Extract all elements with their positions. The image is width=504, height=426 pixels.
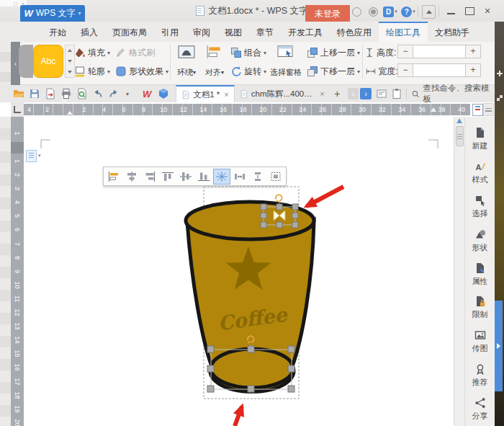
maximize-button[interactable]: [462, 4, 477, 17]
align-toolbar-button[interactable]: [177, 169, 194, 185]
side-panel-item[interactable]: 推荐: [465, 358, 495, 392]
shape-style-gallery-item[interactable]: [19, 45, 33, 78]
menu-tab[interactable]: 绘图工具: [379, 22, 428, 42]
quick-access-button[interactable]: [90, 86, 106, 102]
quick-access-button[interactable]: [27, 86, 42, 102]
side-panel-item[interactable]: 分享: [465, 392, 495, 426]
gallery-down-icon[interactable]: [68, 60, 72, 63]
align-toolbar-button[interactable]: [105, 169, 122, 185]
width-minus-button[interactable]: −: [398, 64, 413, 76]
ruler-number: 5: [10, 210, 24, 223]
docer-badge-icon[interactable]: D▾: [382, 6, 398, 17]
help-icon[interactable]: ?▾: [400, 6, 416, 17]
align-toolbar-button[interactable]: [195, 169, 212, 185]
gallery-more-icon[interactable]: [68, 71, 72, 74]
rotate-button[interactable]: 旋转▾: [230, 64, 266, 79]
panel-expand-handle[interactable]: [495, 301, 503, 391]
wps-app-menu-button[interactable]: W WPS 文字 ▾: [20, 5, 85, 22]
align-toolbar-button[interactable]: [267, 169, 284, 185]
quick-access-button[interactable]: [58, 86, 74, 102]
align-toolbar-button[interactable]: [213, 169, 230, 185]
shape-style-gallery-item-selected[interactable]: Abc: [33, 45, 63, 78]
next-tab-button[interactable]: ›: [360, 88, 371, 99]
side-panel-item[interactable]: 传图: [465, 325, 495, 359]
clipboard-icon[interactable]: [390, 86, 405, 102]
prev-tab-button[interactable]: ‹: [348, 88, 359, 99]
indent-markers[interactable]: [61, 104, 68, 115]
menu-tab[interactable]: 开始: [42, 22, 73, 42]
horizontal-ruler[interactable]: 4 2 246810121416182022242628303234363840: [24, 104, 470, 115]
align-toolbar-button[interactable]: [249, 169, 266, 185]
tab-stop-selector[interactable]: [11, 102, 24, 117]
skin-circle-icon[interactable]: [367, 6, 379, 17]
collapse-ribbon-icon[interactable]: [422, 5, 436, 19]
send-backward-button[interactable]: 下移一层▾: [307, 64, 360, 79]
menu-tab[interactable]: 视图: [217, 22, 249, 42]
side-panel-item[interactable]: 新建: [465, 123, 495, 156]
ruler-number: 4: [10, 196, 24, 209]
menu-tab[interactable]: 文档助手: [428, 22, 477, 42]
app-icon[interactable]: [140, 86, 156, 102]
quick-access-button[interactable]: [11, 86, 27, 102]
close-button[interactable]: ×: [480, 4, 495, 17]
wrap-button[interactable]: 环绕▾: [174, 45, 199, 78]
align-button[interactable]: 对齐▾: [202, 45, 228, 78]
height-input[interactable]: [413, 45, 465, 58]
gallery-up-icon[interactable]: [68, 49, 72, 52]
gallery-scroll-buttons[interactable]: [65, 45, 75, 78]
quick-access-more-icon[interactable]: ▾: [122, 86, 132, 102]
object-anchor-icon[interactable]: ▾: [26, 150, 45, 161]
menu-tab[interactable]: 特色应用: [330, 22, 379, 42]
group-button[interactable]: 组合▾: [230, 45, 266, 60]
minimize-button[interactable]: [443, 4, 459, 17]
vertical-scrollbar[interactable]: [454, 117, 464, 426]
command-search[interactable]: 查找命令、搜索模板: [411, 83, 495, 105]
document-tab[interactable]: chm陈辉...400字符] ×: [235, 85, 330, 102]
shape-effects-button[interactable]: 形状效果▾: [115, 64, 168, 79]
menu-tab[interactable]: 插入: [73, 22, 105, 42]
width-plus-button[interactable]: +: [465, 64, 480, 76]
selection-pane-button[interactable]: 选择窗格: [268, 45, 304, 78]
height-minus-button[interactable]: −: [398, 45, 413, 58]
split-view-handle[interactable]: [483, 103, 494, 116]
height-stepper[interactable]: − +: [397, 45, 481, 58]
wps-writer-window: W A ▢×: [0, 0, 504, 426]
menu-tab[interactable]: 引用: [154, 22, 186, 42]
close-tab-icon[interactable]: ×: [320, 89, 324, 98]
align-toolbar-button[interactable]: [141, 169, 158, 185]
login-button[interactable]: 未登录: [305, 5, 350, 22]
vertical-ruler[interactable]: 1 1234567891011121314151617181920: [11, 117, 24, 426]
side-panel-item[interactable]: 限制: [465, 291, 495, 325]
side-panel-item[interactable]: 样式: [465, 156, 495, 190]
height-plus-button[interactable]: +: [465, 45, 480, 58]
menu-tab[interactable]: 开发工具: [281, 22, 330, 42]
quick-access-button[interactable]: [74, 86, 90, 102]
page-setup-icon[interactable]: [472, 104, 483, 116]
align-toolbar-button[interactable]: [123, 169, 140, 185]
document-tab[interactable]: 文档1 * ×: [176, 85, 235, 102]
app-icon[interactable]: [156, 86, 171, 102]
close-tab-icon[interactable]: ×: [224, 90, 228, 99]
bring-forward-button[interactable]: 上移一层▾: [307, 45, 360, 60]
width-input[interactable]: [413, 64, 465, 76]
menu-tab[interactable]: 章节: [249, 22, 281, 42]
tab-list-icon[interactable]: [374, 86, 390, 102]
menu-tab[interactable]: 审阅: [186, 22, 217, 42]
quick-access-button[interactable]: [106, 86, 122, 102]
align-toolbar-button[interactable]: [159, 169, 176, 185]
side-panel-item[interactable]: 属性: [465, 257, 495, 291]
theme-circle-icon[interactable]: [351, 6, 362, 17]
outline-button[interactable]: 轮廓▾: [74, 64, 110, 79]
side-panel-item[interactable]: 选择: [465, 190, 495, 224]
scrollbar-thumb[interactable]: [456, 126, 464, 146]
menu-tab[interactable]: 页面布局: [105, 22, 154, 42]
document-page[interactable]: [24, 117, 454, 426]
scroll-up-icon[interactable]: [456, 118, 462, 123]
format-painter-button[interactable]: 格式刷: [115, 45, 155, 60]
new-tab-button[interactable]: +: [330, 86, 345, 102]
align-toolbar-button[interactable]: [231, 169, 248, 185]
width-stepper[interactable]: − +: [397, 63, 481, 77]
quick-access-button[interactable]: [42, 86, 58, 102]
fill-button[interactable]: 填充▾: [74, 45, 110, 60]
side-panel-item[interactable]: 形状: [465, 223, 495, 257]
